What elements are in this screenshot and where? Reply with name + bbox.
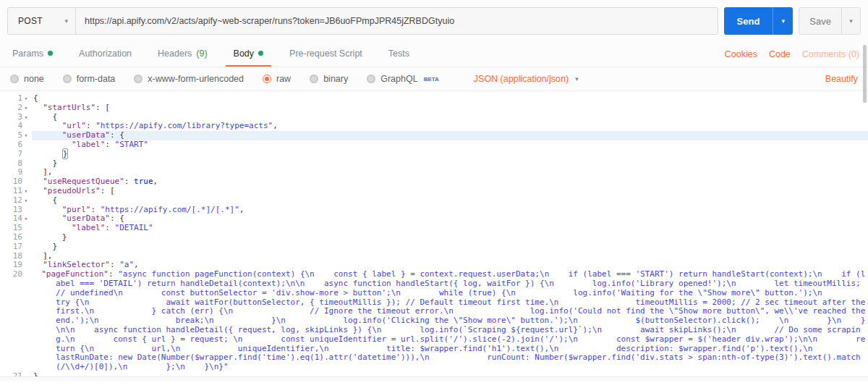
json-punctuation: :: [86, 121, 95, 130]
json-punctuation: ,: [134, 260, 139, 269]
line-content[interactable]: }: [32, 242, 868, 252]
json-string: "async function pageFunction(context) {\…: [56, 269, 868, 371]
radio-x-www-form-urlencoded[interactable]: x-www-form-urlencoded: [134, 74, 244, 84]
content-type-dropdown[interactable]: JSON (application/json)▾: [474, 74, 579, 84]
line-gutter[interactable]: 2▾: [0, 104, 32, 113]
save-button[interactable]: Save ▾: [799, 7, 861, 35]
code-line[interactable]: 10 "useRequestQueue": true,: [0, 177, 868, 187]
line-content[interactable]: "useRequestQueue": true,: [32, 177, 868, 187]
line-content[interactable]: "pseudoUrls": [: [32, 187, 868, 196]
line-gutter[interactable]: 1▾: [0, 94, 32, 104]
save-options-caret[interactable]: ▾: [841, 8, 860, 34]
tab-params[interactable]: Params: [4, 41, 61, 67]
fold-arrow-icon[interactable]: ▾: [22, 104, 30, 113]
fold-arrow-icon[interactable]: ▾: [22, 214, 30, 224]
tab-label: Authorization: [79, 48, 132, 59]
code-line[interactable]: 16 }: [0, 233, 868, 242]
line-content[interactable]: "userData": {: [32, 131, 868, 140]
tab-label: Body: [234, 48, 255, 59]
code-line[interactable]: 20"pageFunction": "async function pageFu…: [0, 270, 868, 372]
json-key: "label": [72, 223, 105, 232]
json-punctuation: :: [110, 260, 119, 269]
line-gutter[interactable]: 12▾: [0, 196, 32, 206]
line-content[interactable]: "startUrls": [: [32, 104, 868, 113]
tab-body[interactable]: Body: [226, 41, 272, 67]
radio-none[interactable]: none: [10, 74, 44, 84]
json-key: "useRequestQueue": [43, 177, 124, 186]
send-button[interactable]: Send ▾: [724, 7, 793, 35]
code-line[interactable]: 4 "url": "https://apify.com/library?type…: [0, 122, 868, 131]
radio-label: x-www-form-urlencoded: [148, 74, 244, 84]
tab-tests[interactable]: Tests: [380, 41, 417, 67]
line-content[interactable]: }: [32, 150, 868, 159]
radio-circle-icon: [310, 75, 318, 83]
beautify-link[interactable]: Beautify: [825, 74, 858, 84]
tab-label: Pre-request Script: [289, 48, 362, 59]
send-label[interactable]: Send: [724, 7, 773, 35]
radio-raw[interactable]: raw: [263, 74, 291, 84]
line-number: 2: [17, 104, 22, 113]
fold-arrow-icon[interactable]: ▾: [22, 187, 30, 196]
tab-count: (9): [196, 48, 207, 59]
line-content[interactable]: ],: [32, 252, 868, 261]
line-content[interactable]: "pageFunction": "async function pageFunc…: [32, 270, 868, 372]
radio-graphql[interactable]: GraphQLBETA: [367, 74, 439, 84]
line-gutter[interactable]: 8: [0, 159, 32, 169]
code-line[interactable]: 7 }: [0, 150, 868, 159]
link-cookies[interactable]: Cookies: [725, 49, 757, 59]
line-content[interactable]: }: [32, 159, 868, 169]
editor-hscroll-track[interactable]: [0, 376, 868, 381]
tab-authorization[interactable]: Authorization: [71, 41, 140, 67]
json-punctuation: ],: [33, 251, 53, 261]
line-number: 17: [13, 242, 22, 252]
line-gutter[interactable]: 11▾: [0, 187, 32, 196]
link-code[interactable]: Code: [769, 49, 791, 59]
send-options-caret[interactable]: ▾: [773, 7, 793, 35]
editor-lines: 1▾{2▾ "startUrls": [3▾ {4 "url": "https:…: [0, 94, 868, 381]
json-punctuation: :: [105, 223, 114, 232]
code-line[interactable]: 1▾{: [0, 94, 868, 104]
line-gutter[interactable]: 6: [0, 140, 32, 150]
fold-arrow-icon[interactable]: ▾: [22, 94, 30, 104]
code-line[interactable]: 8 }: [0, 159, 868, 169]
radio-circle-icon: [63, 75, 72, 83]
radio-binary[interactable]: binary: [310, 74, 348, 84]
line-content[interactable]: "purl": "https://apify.com/[.*]/[.*]",: [32, 206, 868, 215]
line-gutter[interactable]: 4: [0, 122, 32, 131]
code-line[interactable]: 6 "label": "START": [0, 140, 868, 150]
json-punctuation: [33, 260, 43, 269]
line-gutter[interactable]: 7: [0, 150, 32, 159]
line-content[interactable]: "url": "https://apify.com/library?type=a…: [32, 122, 868, 131]
code-line[interactable]: 11▾ "pseudoUrls": [: [0, 187, 868, 196]
json-key: "userData": [62, 130, 110, 140]
fold-arrow-icon[interactable]: ▾: [22, 113, 30, 122]
radio-form-data[interactable]: form-data: [63, 74, 116, 84]
json-punctuation: : {: [110, 130, 124, 140]
code-line[interactable]: 15 "label": "DETAIL": [0, 224, 868, 233]
json-key: "purl": [62, 205, 91, 214]
code-line[interactable]: 13 "purl": "https://apify.com/[.*]/[.*]"…: [0, 206, 868, 215]
fold-arrow-icon[interactable]: ▾: [22, 196, 30, 206]
line-gutter[interactable]: 20: [0, 270, 32, 372]
line-gutter[interactable]: 16: [0, 233, 32, 242]
line-gutter[interactable]: 3▾: [0, 113, 32, 122]
line-content[interactable]: {: [32, 94, 868, 104]
line-content[interactable]: }: [32, 233, 868, 242]
line-content[interactable]: "label": "DETAIL": [32, 224, 868, 233]
method-dropdown[interactable]: POST ▾: [8, 8, 76, 34]
line-gutter[interactable]: 17: [0, 242, 32, 252]
code-line[interactable]: 17 }: [0, 242, 868, 252]
tab-headers[interactable]: Headers(9): [150, 41, 216, 67]
code-line[interactable]: 2▾ "startUrls": [: [0, 104, 868, 113]
vertical-scrollbar-thumb[interactable]: [863, 45, 867, 103]
json-key: "userData": [62, 214, 110, 223]
tab-pre-request-script[interactable]: Pre-request Script: [281, 41, 370, 67]
line-content[interactable]: "label": "START": [32, 140, 868, 150]
save-label[interactable]: Save: [799, 8, 841, 34]
line-content[interactable]: "userData": {: [32, 214, 868, 224]
body-editor[interactable]: 1▾{2▾ "startUrls": [3▾ {4 "url": "https:…: [0, 91, 868, 381]
url-input[interactable]: [76, 8, 718, 34]
link-comments-0[interactable]: Comments (0): [802, 49, 859, 59]
line-gutter[interactable]: 5▾: [0, 131, 32, 140]
fold-arrow-icon[interactable]: ▾: [22, 131, 30, 140]
